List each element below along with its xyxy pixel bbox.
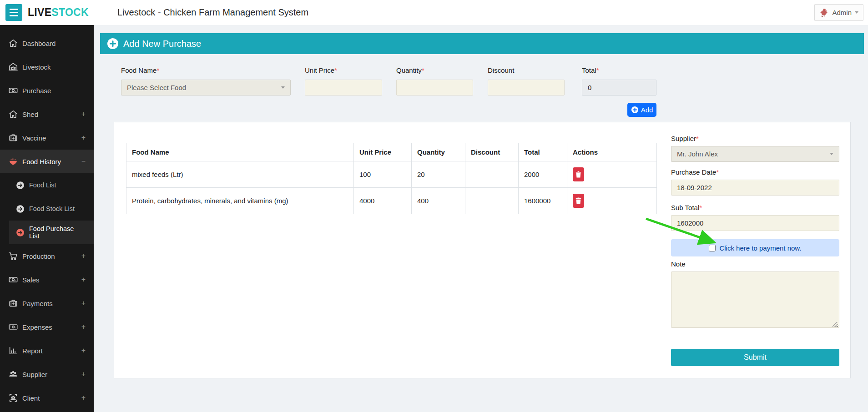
sidebar-item-vaccine[interactable]: Vaccine + xyxy=(0,126,94,150)
sidebar-item-report[interactable]: Report + xyxy=(0,339,94,362)
sidebar-item-label: Supplier xyxy=(22,371,47,378)
col-total: Total xyxy=(519,143,567,161)
app-logo: LIVESTOCK xyxy=(28,6,89,19)
menu-toggle-button[interactable] xyxy=(5,4,22,21)
required-asterisk: * xyxy=(422,66,424,74)
purchase-date-input[interactable] xyxy=(671,180,839,196)
sidebar-item-food-stock-list[interactable]: Food Stock List xyxy=(0,197,94,221)
trash-icon xyxy=(575,171,581,178)
sidebar-item-shed[interactable]: Shed + xyxy=(0,102,94,126)
sidebar-item-food-purchase-list[interactable]: Food Purchase List xyxy=(9,221,94,244)
items-table: Food Name Unit Price Quantity Discount T… xyxy=(126,143,657,214)
payment-now-checkbox[interactable] xyxy=(709,245,716,251)
sidebar: Dashboard Livestock Purchase Shed + xyxy=(0,25,94,412)
food-name-label: Food Name* xyxy=(121,66,291,74)
admin-label: Admin xyxy=(832,9,852,16)
sidebar-item-label: Food Purchase List xyxy=(29,225,86,240)
sidebar-item-label: Shed xyxy=(22,111,38,118)
required-asterisk: * xyxy=(334,66,337,74)
sidebar-item-food-history[interactable]: Food History − xyxy=(0,150,94,173)
sidebar-item-label: Expenses xyxy=(22,323,52,331)
supplier-form: Supplier* Mr. John Alex Purchase Date* S… xyxy=(671,135,839,378)
submit-button[interactable]: Submit xyxy=(671,349,839,366)
unit-price-label: Unit Price* xyxy=(305,66,382,74)
sidebar-item-label: Report xyxy=(22,347,43,355)
add-button[interactable]: Add xyxy=(627,103,656,117)
money-icon xyxy=(8,275,18,285)
chevron-down-icon xyxy=(855,11,858,14)
chart-icon xyxy=(8,346,18,356)
sidebar-item-label: Food History xyxy=(22,158,61,166)
discount-label: Discount xyxy=(488,66,565,74)
total-input xyxy=(582,80,656,95)
expand-plus[interactable]: + xyxy=(81,370,86,378)
expand-plus[interactable]: + xyxy=(81,394,86,402)
col-food-name: Food Name xyxy=(126,143,354,161)
delete-row-button[interactable] xyxy=(573,194,584,208)
note-textarea[interactable] xyxy=(671,271,839,328)
total-label: Total* xyxy=(582,66,656,74)
rooster-icon xyxy=(819,8,829,17)
logo-suffix: STOCK xyxy=(51,6,89,18)
sidebar-item-supplier[interactable]: Supplier + xyxy=(0,362,94,386)
payment-now-alert[interactable]: Click here to payment now. xyxy=(671,239,839,256)
brand: LIVESTOCK xyxy=(0,4,94,21)
money-icon xyxy=(8,85,18,95)
users-icon xyxy=(8,369,18,379)
purchase-date-label: Purchase Date* xyxy=(671,168,839,176)
money-icon xyxy=(8,322,18,332)
food-name-select[interactable]: Please Select Food xyxy=(121,80,291,95)
expand-plus[interactable]: + xyxy=(81,276,86,284)
expand-plus[interactable]: + xyxy=(81,347,86,355)
panel-header: Add New Purchase xyxy=(100,33,864,54)
col-quantity: Quantity xyxy=(412,143,465,161)
discount-input[interactable] xyxy=(488,80,565,95)
users-bracket-icon xyxy=(8,393,18,403)
sidebar-item-payments[interactable]: Payments + xyxy=(0,291,94,315)
medkit-icon xyxy=(8,133,18,143)
plus-circle-icon xyxy=(631,106,639,114)
expand-plus[interactable]: + xyxy=(81,323,86,331)
expand-plus[interactable]: + xyxy=(81,252,86,260)
sidebar-item-label: Client xyxy=(22,394,40,402)
sidebar-item-client[interactable]: Client + xyxy=(0,386,94,410)
sidebar-item-production[interactable]: Production + xyxy=(0,244,94,268)
sidebar-item-label: Food List xyxy=(29,181,56,189)
payment-now-label: Click here to payment now. xyxy=(719,244,801,252)
sidebar-item-food-list[interactable]: Food List xyxy=(0,173,94,197)
sidebar-item-sales[interactable]: Sales + xyxy=(0,268,94,291)
delete-row-button[interactable] xyxy=(573,167,584,181)
expand-plus[interactable]: + xyxy=(81,134,86,142)
required-asterisk: * xyxy=(696,135,699,142)
expand-minus[interactable]: − xyxy=(81,157,86,166)
col-unit-price: Unit Price xyxy=(354,143,412,161)
bowl-icon xyxy=(8,156,18,166)
panel-title: Add New Purchase xyxy=(123,39,201,49)
trash-icon xyxy=(575,197,581,204)
quantity-input[interactable] xyxy=(396,80,473,95)
sidebar-item-label: Dashboard xyxy=(22,40,56,47)
sidebar-item-expenses[interactable]: Expenses + xyxy=(0,315,94,339)
logo-prefix: LIVE xyxy=(28,6,51,18)
sub-total-input[interactable] xyxy=(671,215,839,231)
sub-total-label: Sub Total* xyxy=(671,204,839,211)
sidebar-item-livestock[interactable]: Livestock xyxy=(0,55,94,79)
admin-menu[interactable]: Admin xyxy=(814,4,863,21)
supplier-select[interactable]: Mr. John Alex xyxy=(671,146,839,162)
col-discount: Discount xyxy=(465,143,519,161)
expand-plus[interactable]: + xyxy=(81,110,86,118)
topbar: LIVESTOCK Livestock - Chicken Farm Manag… xyxy=(0,0,868,25)
chevron-down-icon xyxy=(830,153,833,155)
sidebar-item-purchase[interactable]: Purchase xyxy=(0,79,94,102)
medkit-icon xyxy=(8,298,18,308)
sidebar-item-label: Purchase xyxy=(22,87,51,95)
unit-price-input[interactable] xyxy=(305,80,382,95)
home-icon xyxy=(8,109,18,119)
note-label: Note xyxy=(671,260,839,268)
quantity-label: Quantity* xyxy=(396,66,473,74)
col-actions: Actions xyxy=(567,143,657,161)
sidebar-item-dashboard[interactable]: Dashboard xyxy=(0,31,94,55)
food-name-selected-value: Please Select Food xyxy=(127,84,186,91)
expand-plus[interactable]: + xyxy=(81,299,86,307)
table-row: Protein, carbohydrates, minerals, and vi… xyxy=(126,188,657,214)
